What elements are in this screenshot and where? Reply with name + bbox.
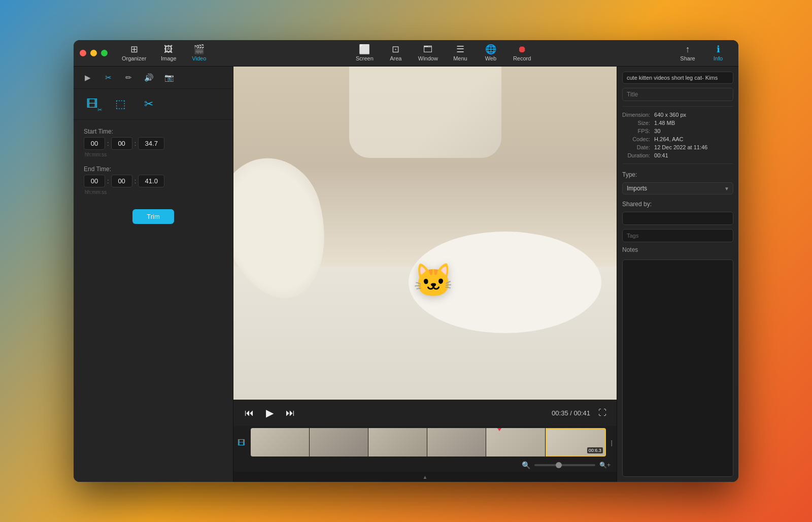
share-icon: ↑ bbox=[686, 45, 690, 54]
kitten-subject: 🐱 bbox=[413, 262, 454, 300]
web-button[interactable]: 🌐 Web bbox=[477, 43, 505, 63]
close-button[interactable] bbox=[80, 50, 86, 56]
date-value: 12 Dec 2022 at 11:46 bbox=[654, 144, 733, 150]
trim-tool-button[interactable]: 🎞 ✂ bbox=[82, 95, 102, 113]
screen-button[interactable]: ⬜ Screen bbox=[350, 43, 380, 63]
cut-tool-button[interactable]: ✂ bbox=[139, 95, 159, 113]
fullscreen-button[interactable]: ⛶ bbox=[596, 406, 608, 419]
record-label: Record bbox=[513, 55, 531, 61]
fps-key: FPS: bbox=[622, 128, 650, 134]
timeline-thumb-2[interactable] bbox=[310, 428, 368, 456]
video-frame: 🐱 bbox=[233, 67, 617, 400]
type-select[interactable]: Imports Exports All bbox=[622, 182, 733, 194]
crop-icon: ⬚ bbox=[115, 97, 126, 111]
organizer-button[interactable]: ⊞ Organizer bbox=[116, 43, 152, 63]
center-panel: 🐱 ⏮ ▶ ⏭ 00:35 / 00:41 ⛶ 🎞 bbox=[233, 67, 617, 482]
thumb-time-label: 00:6.3 bbox=[587, 447, 603, 453]
start-mm-input[interactable] bbox=[111, 137, 132, 150]
window-label: Window bbox=[418, 55, 438, 61]
controls-bar: ⏮ ▶ ⏭ 00:35 / 00:41 ⛶ bbox=[233, 400, 617, 426]
zoom-in-button[interactable]: 🔍+ bbox=[599, 462, 611, 469]
play-button[interactable]: ▶ bbox=[263, 405, 277, 421]
image-button[interactable]: 🖼 Image bbox=[154, 43, 183, 63]
record-button[interactable]: ⏺ Record bbox=[507, 43, 537, 63]
toolbar: ⊞ Organizer 🖼 Image 🎬 Video ⬜ Screen ⊡ bbox=[116, 43, 732, 63]
type-select-wrapper: Imports Exports All ▼ bbox=[622, 182, 733, 194]
record-icon: ⏺ bbox=[518, 45, 527, 54]
notes-textarea[interactable] bbox=[622, 259, 733, 477]
start-hh-input[interactable] bbox=[84, 137, 105, 150]
area-label: Area bbox=[390, 55, 401, 61]
zoom-slider-thumb[interactable] bbox=[556, 462, 562, 468]
tags-placeholder: Tags bbox=[627, 233, 638, 239]
audio-edit-button[interactable]: 🔊 bbox=[141, 70, 157, 86]
canopy-bg bbox=[349, 67, 501, 158]
timeline-thumb-active[interactable]: 00:6.3 bbox=[546, 428, 606, 456]
share-button[interactable]: ↑ Share bbox=[673, 43, 702, 63]
timeline-track[interactable]: 00:6.3 bbox=[251, 428, 606, 456]
cut-edit-button[interactable]: ✂ bbox=[100, 70, 116, 86]
end-time-hint: hh:mm:ss bbox=[84, 189, 223, 195]
image-label: Image bbox=[161, 55, 177, 61]
notes-label: Notes bbox=[622, 246, 733, 253]
timeline-area: 🎞 00:6.3 | 🔍 bbox=[233, 426, 617, 472]
codec-key: Codec: bbox=[622, 136, 650, 142]
zoom-out-button[interactable]: 🔍 bbox=[522, 461, 530, 469]
timeline-row: 🎞 00:6.3 | bbox=[233, 426, 617, 459]
timeline-thumb-3[interactable] bbox=[368, 428, 427, 456]
share-label: Share bbox=[680, 55, 695, 61]
organizer-label: Organizer bbox=[122, 55, 146, 61]
zoom-slider[interactable] bbox=[534, 464, 595, 466]
window-button[interactable]: 🗔 Window bbox=[412, 43, 444, 63]
title-bar: ⊞ Organizer 🖼 Image 🎬 Video ⬜ Screen ⊡ bbox=[74, 40, 738, 67]
trim-button[interactable]: Trim bbox=[132, 209, 174, 224]
end-mm-input[interactable] bbox=[111, 175, 132, 187]
duration-key: Duration: bbox=[622, 152, 650, 158]
rewind-button[interactable]: ⏮ bbox=[242, 406, 257, 420]
web-label: Web bbox=[485, 55, 496, 61]
divider-1 bbox=[622, 106, 733, 107]
timeline-thumb-1[interactable] bbox=[251, 428, 310, 456]
menu-icon: ☰ bbox=[456, 45, 464, 54]
area-button[interactable]: ⊡ Area bbox=[382, 43, 410, 63]
minimize-button[interactable] bbox=[90, 50, 97, 56]
timeline-thumb-5[interactable] bbox=[486, 428, 545, 456]
divider-2 bbox=[622, 164, 733, 164]
video-button[interactable]: 🎬 Video bbox=[185, 43, 213, 63]
tags-input[interactable]: Tags bbox=[622, 229, 733, 242]
end-time-inputs: : : bbox=[84, 175, 223, 187]
play-edit-button[interactable]: ▶ bbox=[80, 70, 96, 86]
screen-icon: ⬜ bbox=[359, 45, 370, 54]
right-panel: cute kitten videos short leg cat- Kims D… bbox=[617, 67, 738, 482]
menu-button[interactable]: ☰ Menu bbox=[446, 43, 475, 63]
time-display: 00:35 / 00:41 bbox=[552, 409, 590, 417]
tool-icons-row: 🎞 ✂ ⬚ ✂ bbox=[74, 89, 233, 120]
traffic-lights bbox=[80, 50, 108, 56]
video-area: 🐱 bbox=[233, 67, 617, 400]
annotation-edit-button[interactable]: ✏ bbox=[120, 70, 137, 86]
type-label: Type: bbox=[622, 171, 733, 178]
end-hh-input[interactable] bbox=[84, 175, 105, 187]
maximize-button[interactable] bbox=[101, 50, 108, 56]
timeline-thumb-4[interactable] bbox=[427, 428, 486, 456]
organizer-icon: ⊞ bbox=[130, 45, 138, 54]
collapse-panel-button[interactable]: ▲ bbox=[233, 472, 617, 482]
trim-button-area: Trim bbox=[74, 203, 233, 230]
title-input[interactable] bbox=[622, 88, 733, 101]
start-ss-input[interactable] bbox=[138, 137, 164, 150]
info-label: Info bbox=[714, 55, 723, 61]
info-button[interactable]: ℹ Info bbox=[704, 43, 732, 63]
crop-tool-button[interactable]: ⬚ bbox=[110, 95, 130, 113]
screen-label: Screen bbox=[356, 55, 374, 61]
video-edit-button[interactable]: 📷 bbox=[161, 70, 177, 86]
fast-forward-button[interactable]: ⏭ bbox=[283, 406, 298, 420]
image-icon: 🖼 bbox=[164, 45, 173, 54]
size-value: 1.48 MB bbox=[654, 120, 733, 126]
codec-value: H.264, AAC bbox=[654, 136, 733, 142]
shared-by-label: Shared by: bbox=[622, 201, 733, 208]
end-ss-input[interactable] bbox=[138, 175, 164, 187]
info-icon: ℹ bbox=[717, 45, 720, 54]
shared-by-input[interactable] bbox=[622, 212, 733, 225]
left-panel: ▶ ✂ ✏ 🔊 📷 🎞 ✂ ⬚ ✂ bbox=[74, 67, 233, 482]
scissors-icon: ✂ bbox=[144, 97, 153, 111]
